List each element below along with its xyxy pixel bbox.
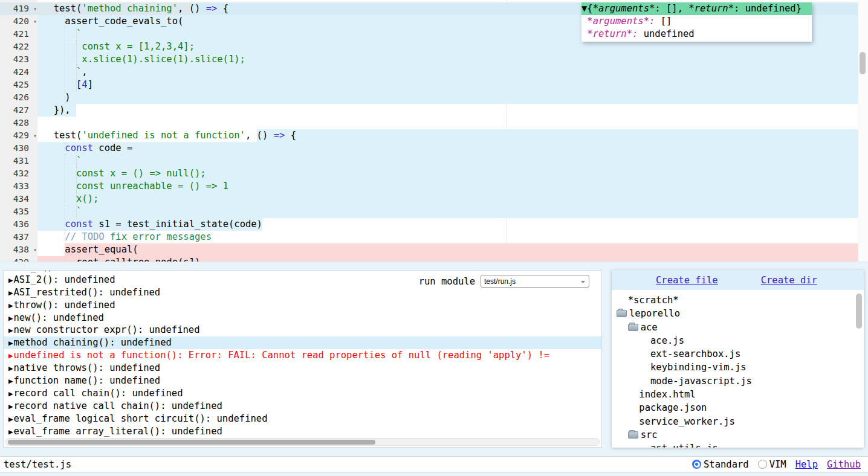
file-tree-item[interactable]: ast_utils.js bbox=[612, 442, 864, 448]
code-line-429[interactable]: 429▾ test('undefined is not a function',… bbox=[0, 129, 868, 142]
expand-icon[interactable]: ▶ bbox=[8, 427, 13, 436]
file-tree-item[interactable]: leporello bbox=[612, 307, 864, 320]
gutter-line-number[interactable]: 420▾ bbox=[0, 15, 37, 28]
gutter-line-number[interactable]: 422 bbox=[0, 40, 37, 53]
expand-icon[interactable]: ▶ bbox=[8, 275, 13, 285]
code-text[interactable]: [4] bbox=[37, 79, 868, 91]
code-line-436[interactable]: 436 const s1 = test_initial_state(code) bbox=[0, 218, 868, 231]
tooltip-entry[interactable]: *arguments*: [] bbox=[581, 15, 812, 28]
code-text[interactable]: ` bbox=[37, 205, 868, 218]
test-result-item[interactable]: ▶new(): undefined bbox=[8, 312, 601, 324]
fold-arrow-icon[interactable]: ▾ bbox=[33, 129, 37, 142]
test-result-item[interactable]: ▶ASI_restrited(): undefined bbox=[8, 286, 601, 299]
expand-icon[interactable]: ▶ bbox=[8, 414, 13, 423]
create-dir-link[interactable]: Create dir bbox=[761, 275, 817, 286]
gutter-line-number[interactable]: 433 bbox=[0, 180, 37, 193]
test-result-item[interactable]: ▶function name(): undefined bbox=[8, 375, 601, 387]
gutter-line-number[interactable]: 439 bbox=[0, 256, 37, 262]
tooltip-entry[interactable]: *return*: undefined bbox=[581, 28, 812, 40]
gutter-line-number[interactable]: 421 bbox=[0, 28, 37, 40]
test-result-item[interactable]: ▶eval_frame logical short circuit(): und… bbox=[8, 413, 601, 425]
code-line-439[interactable]: 439 root_calltree_node(s1) bbox=[0, 256, 868, 262]
expand-icon[interactable]: ▶ bbox=[8, 288, 13, 297]
code-line-427[interactable]: 427 }), bbox=[0, 104, 868, 117]
gutter-line-number[interactable]: 427 bbox=[0, 104, 37, 117]
code-text[interactable]: `, bbox=[37, 66, 868, 79]
file-tree-item[interactable]: ext-searchbox.js bbox=[612, 347, 864, 361]
collapse-triangle-icon[interactable]: ▼{ bbox=[581, 3, 593, 14]
expand-icon[interactable]: ▶ bbox=[8, 301, 13, 310]
code-text[interactable]: x.slice(1).slice(1).slice(1); bbox=[37, 53, 868, 66]
gutter-line-number[interactable]: 435 bbox=[0, 205, 37, 218]
code-text[interactable]: test('undefined is not a function', () =… bbox=[37, 129, 868, 142]
fold-arrow-icon[interactable]: ▾ bbox=[33, 243, 37, 256]
tree-vertical-scrollbar[interactable] bbox=[856, 292, 863, 445]
gutter-line-number[interactable]: 426 bbox=[0, 91, 37, 104]
code-line-430[interactable]: 430 const code = bbox=[0, 142, 868, 155]
scrollbar-thumb[interactable] bbox=[860, 52, 866, 74]
code-text[interactable]: const code = bbox=[37, 142, 868, 155]
code-line-424[interactable]: 424 `, bbox=[0, 66, 868, 79]
test-result-item[interactable]: ▶record call chain(): undefined bbox=[8, 387, 601, 400]
code-line-423[interactable]: 423 x.slice(1).slice(1).slice(1); bbox=[0, 53, 868, 66]
code-line-433[interactable]: 433 const unreachable = () => 1 bbox=[0, 180, 868, 193]
test-result-item[interactable]: ▶record native call chain(): undefined bbox=[8, 400, 601, 413]
code-line-432[interactable]: 432 const x = () => null(); bbox=[0, 167, 868, 180]
results-horizontal-scrollbar[interactable] bbox=[5, 438, 600, 446]
keybinding-vim-option[interactable]: VIM bbox=[758, 459, 786, 470]
gutter-line-number[interactable]: 436 bbox=[0, 218, 37, 231]
code-text[interactable]: // TODO fix error messages bbox=[37, 231, 868, 243]
file-tree-item[interactable]: src bbox=[612, 428, 864, 442]
create-file-link[interactable]: Create file bbox=[656, 275, 718, 286]
test-result-item[interactable]: ▶throw(): undefined bbox=[8, 299, 601, 312]
fold-arrow-icon[interactable]: ▾ bbox=[33, 2, 37, 15]
test-result-item[interactable]: ▶new constructor expr(): undefined bbox=[8, 324, 601, 336]
gutter-line-number[interactable]: 437 bbox=[0, 231, 37, 243]
code-text[interactable]: const s1 = test_initial_state(code) bbox=[37, 218, 868, 231]
gutter-line-number[interactable]: 425 bbox=[0, 79, 37, 91]
code-text[interactable]: const x = () => null(); bbox=[37, 167, 868, 180]
file-tree-item[interactable]: ace.js bbox=[612, 334, 864, 347]
help-link[interactable]: Help bbox=[795, 459, 818, 470]
test-result-item[interactable]: ▶method chaining(): undefined bbox=[4, 336, 601, 349]
expand-icon[interactable]: ▶ bbox=[8, 314, 13, 323]
code-editor[interactable]: 419▾ test('method chaining', () => {420▾… bbox=[0, 0, 868, 262]
code-text[interactable]: ` bbox=[37, 155, 868, 167]
radio-selected-icon[interactable] bbox=[692, 460, 701, 469]
code-line-425[interactable]: 425 [4] bbox=[0, 79, 868, 91]
fold-arrow-icon[interactable]: ▾ bbox=[33, 15, 37, 28]
run-module-select[interactable]: test/run.js ⌄ bbox=[481, 275, 589, 288]
test-result-item[interactable]: ▶eval_frame array_literal(): undefined bbox=[8, 425, 601, 438]
gutter-line-number[interactable]: 428 bbox=[0, 117, 37, 129]
scrollbar-thumb[interactable] bbox=[8, 440, 375, 445]
expand-icon[interactable]: ▶ bbox=[8, 402, 13, 411]
gutter-line-number[interactable]: 419▾ bbox=[0, 2, 37, 15]
code-line-422[interactable]: 422 const x = [1,2,3,4]; bbox=[0, 40, 868, 53]
file-tree-item[interactable]: package.json bbox=[612, 401, 864, 414]
radio-unselected-icon[interactable] bbox=[758, 460, 767, 469]
code-text[interactable]: assert_equal( bbox=[37, 243, 868, 256]
code-text[interactable]: ) bbox=[37, 91, 868, 104]
code-text[interactable]: }), bbox=[37, 104, 868, 117]
file-tree-item[interactable]: mode-javascript.js bbox=[612, 375, 864, 388]
code-line-438[interactable]: 438▾ assert_equal( bbox=[0, 243, 868, 256]
scrollbar-thumb[interactable] bbox=[856, 294, 862, 329]
gutter-line-number[interactable]: 438▾ bbox=[0, 243, 37, 256]
gutter-line-number[interactable]: 431 bbox=[0, 155, 37, 167]
code-line-434[interactable]: 434 x(); bbox=[0, 193, 868, 205]
code-line-431[interactable]: 431 ` bbox=[0, 155, 868, 167]
test-result-item[interactable]: ▶undefined is not a function(): Error: F… bbox=[8, 349, 601, 362]
value-inspector-tooltip[interactable]: ▼{*arguments*: [], *return*: undefined} … bbox=[581, 2, 812, 42]
github-link[interactable]: Github bbox=[827, 459, 861, 470]
code-line-428[interactable]: 428 bbox=[0, 117, 868, 129]
code-text[interactable]: x(); bbox=[37, 193, 868, 205]
code-text[interactable]: const x = [1,2,3,4]; bbox=[37, 40, 868, 53]
file-tree-item[interactable]: service_worker.js bbox=[612, 415, 864, 428]
expand-icon[interactable]: ▶ bbox=[8, 364, 13, 373]
editor-vertical-scrollbar[interactable] bbox=[858, 0, 868, 262]
expand-icon[interactable]: ▶ bbox=[8, 338, 13, 347]
expand-icon[interactable]: ▶ bbox=[8, 270, 13, 272]
gutter-line-number[interactable]: 424 bbox=[0, 66, 37, 79]
expand-icon[interactable]: ▶ bbox=[8, 326, 13, 335]
code-text[interactable]: const unreachable = () => 1 bbox=[37, 180, 868, 193]
